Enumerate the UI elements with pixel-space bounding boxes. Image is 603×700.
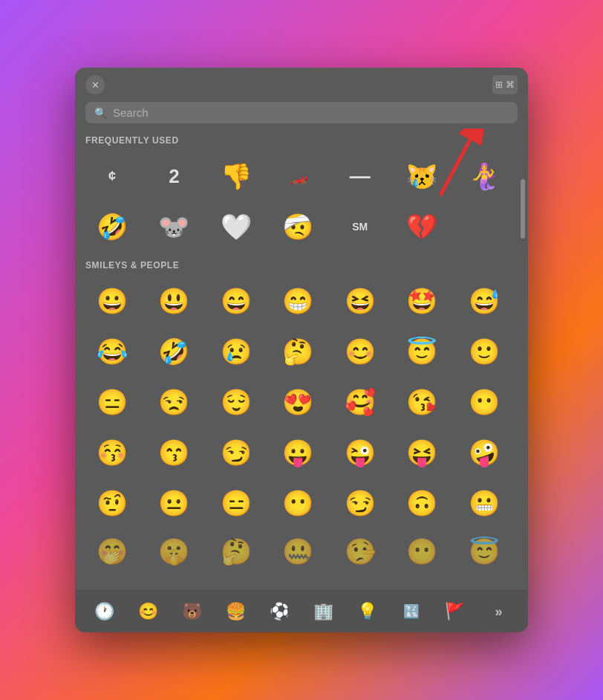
bottom-bar: 🕐 😊 🐻 🍔 ⚽ 🏢 💡 🔣 🚩 » xyxy=(75,590,528,632)
emoji-cell[interactable]: 2 xyxy=(147,152,201,201)
emoji-cell[interactable]: 🤔 xyxy=(209,537,263,566)
emoji-cell[interactable]: 🏎️ xyxy=(271,152,325,201)
emoji-cell[interactable]: 😚 xyxy=(85,428,139,477)
emoji-content[interactable]: FREQUENTLY USED ¢ 2 👎 🏎️ — 😿 🧜‍♀️ 🤣 🐭 🤍 … xyxy=(75,131,528,590)
emoji-cell[interactable]: 😇 xyxy=(395,327,449,376)
title-bar: ✕ ⊞ ⌘ xyxy=(75,68,528,99)
emoji-cell[interactable]: 😇 xyxy=(457,537,511,566)
emoji-cell[interactable]: 😑 xyxy=(209,479,263,528)
close-icon: ✕ xyxy=(91,80,100,91)
scrollbar-thumb[interactable] xyxy=(521,179,525,239)
emoji-cell[interactable]: 🙃 xyxy=(395,479,449,528)
tab-symbols[interactable]: 🔣 xyxy=(397,597,426,626)
emoji-cell[interactable]: 🤍 xyxy=(209,202,263,251)
smileys-people-label: SMILEYS & PEOPLE xyxy=(85,260,518,270)
emoji-cell[interactable]: 🐭 xyxy=(147,202,201,251)
search-input-wrapper[interactable]: 🔍 xyxy=(85,102,518,123)
emoji-cell[interactable]: 🤨 xyxy=(85,479,139,528)
search-bar: 🔍 xyxy=(75,99,528,131)
emoji-cell[interactable]: 😛 xyxy=(271,428,325,477)
emoji-cell[interactable]: SM xyxy=(333,202,387,251)
tab-recent[interactable]: 🕐 xyxy=(90,597,120,626)
frequently-used-label: FREQUENTLY USED xyxy=(85,135,518,146)
emoji-cell[interactable]: 😢 xyxy=(209,327,263,376)
emoji-cell[interactable]: 😘 xyxy=(395,377,449,427)
emoji-cell[interactable]: 🤥 xyxy=(333,537,387,566)
emoji-cell[interactable]: 🤣 xyxy=(147,327,201,376)
emoji-cell[interactable]: 😿 xyxy=(395,152,449,201)
emoji-cell[interactable]: 😅 xyxy=(457,276,511,325)
emoji-cell[interactable]: 😝 xyxy=(395,428,449,477)
tab-activities[interactable]: ⚽ xyxy=(265,597,295,626)
emoji-cell[interactable]: 🤐 xyxy=(271,537,325,566)
tab-food[interactable]: 🍔 xyxy=(221,597,251,626)
emoji-cell[interactable]: 😃 xyxy=(147,276,201,325)
search-icon: 🔍 xyxy=(94,107,107,119)
tab-objects[interactable]: 💡 xyxy=(353,597,382,626)
emoji-cell[interactable]: 🤣 xyxy=(85,202,139,251)
emoji-picker: ✕ ⊞ ⌘ 🔍 FREQUENTLY USED ¢ 2 👎 🏎️ — 😿 xyxy=(75,68,528,632)
emoji-cell[interactable]: 😬 xyxy=(457,479,511,528)
emoji-cell[interactable]: 😍 xyxy=(271,377,325,427)
emoji-cell[interactable]: 👎 xyxy=(209,152,263,201)
emoji-cell[interactable]: 😀 xyxy=(85,276,139,325)
emoji-cell[interactable]: 🤕 xyxy=(271,202,325,251)
expand-button[interactable]: ⊞ ⌘ xyxy=(492,75,518,94)
smileys-grid-partial: 🤭 🤫 🤔 🤐 🤥 😶 😇 xyxy=(85,537,518,566)
emoji-cell[interactable]: 😜 xyxy=(333,428,387,477)
emoji-cell[interactable]: 😄 xyxy=(209,276,263,325)
emoji-cell[interactable]: 🤩 xyxy=(395,276,449,325)
emoji-cell[interactable]: 😶 xyxy=(395,537,449,566)
emoji-cell[interactable]: 😌 xyxy=(209,377,263,427)
emoji-cell[interactable]: 🥰 xyxy=(333,377,387,427)
frequently-used-grid: ¢ 2 👎 🏎️ — 😿 🧜‍♀️ 🤣 🐭 🤍 🤕 SM 💔 xyxy=(85,152,518,251)
tab-animals[interactable]: 🐻 xyxy=(177,597,207,626)
emoji-cell[interactable]: 💔 xyxy=(395,202,449,251)
emoji-cell[interactable]: 😶 xyxy=(271,479,325,528)
tab-more[interactable]: » xyxy=(484,597,514,626)
tab-flags[interactable]: 🚩 xyxy=(440,597,470,626)
tab-travel[interactable]: 🏢 xyxy=(309,597,339,626)
emoji-cell[interactable]: 🙂 xyxy=(457,327,511,376)
emoji-cell[interactable]: 😶 xyxy=(457,377,511,427)
emoji-cell[interactable]: 🤔 xyxy=(271,327,325,376)
emoji-cell[interactable]: 😁 xyxy=(271,276,325,325)
expand-icon: ⊞ ⌘ xyxy=(495,80,514,90)
emoji-cell[interactable]: ¢ xyxy=(85,152,139,201)
emoji-cell[interactable]: 😆 xyxy=(333,276,387,325)
emoji-cell[interactable]: — xyxy=(333,152,387,201)
close-button[interactable]: ✕ xyxy=(85,75,105,94)
emoji-cell[interactable]: 😏 xyxy=(333,479,387,528)
emoji-cell[interactable]: 😐 xyxy=(147,479,201,528)
smileys-grid: 😀 😃 😄 😁 😆 🤩 😅 😂 🤣 😢 🤔 😊 😇 🙂 😑 😒 😌 😍 🥰 😘 … xyxy=(85,276,518,528)
tab-smileys[interactable]: 😊 xyxy=(134,597,163,626)
emoji-cell[interactable]: 😂 xyxy=(85,327,139,376)
emoji-cell[interactable]: 🤫 xyxy=(147,537,201,566)
emoji-cell[interactable]: 😊 xyxy=(333,327,387,376)
emoji-cell[interactable]: 🧜‍♀️ xyxy=(457,152,511,201)
emoji-cell[interactable]: 😙 xyxy=(147,428,201,477)
search-input[interactable] xyxy=(113,106,509,119)
emoji-cell[interactable]: 😑 xyxy=(85,377,139,427)
emoji-cell[interactable]: 😒 xyxy=(147,377,201,427)
emoji-cell[interactable]: 😏 xyxy=(209,428,263,477)
emoji-cell[interactable]: 🤪 xyxy=(457,428,511,477)
emoji-cell[interactable]: 🤭 xyxy=(85,537,139,566)
